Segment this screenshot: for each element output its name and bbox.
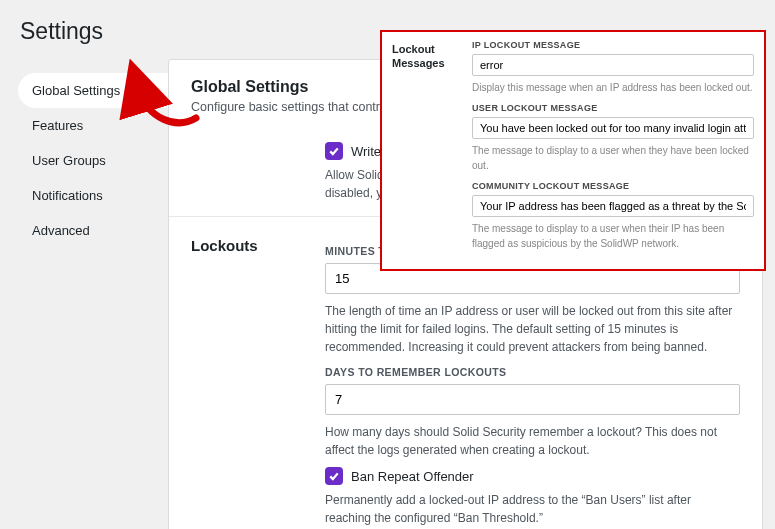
lockout-messages-heading: Lockout Messages — [392, 40, 454, 259]
settings-sidebar: Global Settings Features User Groups Not… — [18, 59, 168, 529]
user-lockout-message-input[interactable] — [472, 117, 754, 139]
community-lockout-message-help: The message to display to a user when th… — [472, 221, 754, 251]
ban-repeat-help: Permanently add a locked-out IP address … — [325, 491, 740, 527]
community-lockout-message-input[interactable] — [472, 195, 754, 217]
ip-lockout-message-help: Display this message when an IP address … — [472, 80, 754, 95]
days-remember-label: DAYS TO REMEMBER LOCKOUTS — [325, 366, 740, 378]
minutes-to-lockout-help: The length of time an IP address or user… — [325, 302, 740, 356]
ip-lockout-message-label: IP LOCKOUT MESSAGE — [472, 40, 754, 50]
sidebar-item-notifications[interactable]: Notifications — [18, 178, 168, 213]
days-remember-help: How many days should Solid Security reme… — [325, 423, 740, 459]
sidebar-item-user-groups[interactable]: User Groups — [18, 143, 168, 178]
lockouts-heading: Lockouts — [191, 235, 301, 529]
user-lockout-message-help: The message to display to a user when th… — [472, 143, 754, 173]
write-to-files-checkbox[interactable] — [325, 142, 343, 160]
days-remember-input[interactable] — [325, 384, 740, 415]
user-lockout-message-label: USER LOCKOUT MESSAGE — [472, 103, 754, 113]
community-lockout-message-label: COMMUNITY LOCKOUT MESSAGE — [472, 181, 754, 191]
sidebar-item-global-settings[interactable]: Global Settings — [18, 73, 168, 108]
ban-repeat-label: Ban Repeat Offender — [351, 469, 474, 484]
ip-lockout-message-input[interactable] — [472, 54, 754, 76]
sidebar-item-features[interactable]: Features — [18, 108, 168, 143]
ban-repeat-checkbox[interactable] — [325, 467, 343, 485]
sidebar-item-advanced[interactable]: Advanced — [18, 213, 168, 248]
lockout-messages-callout: Lockout Messages IP LOCKOUT MESSAGE Disp… — [380, 30, 766, 271]
